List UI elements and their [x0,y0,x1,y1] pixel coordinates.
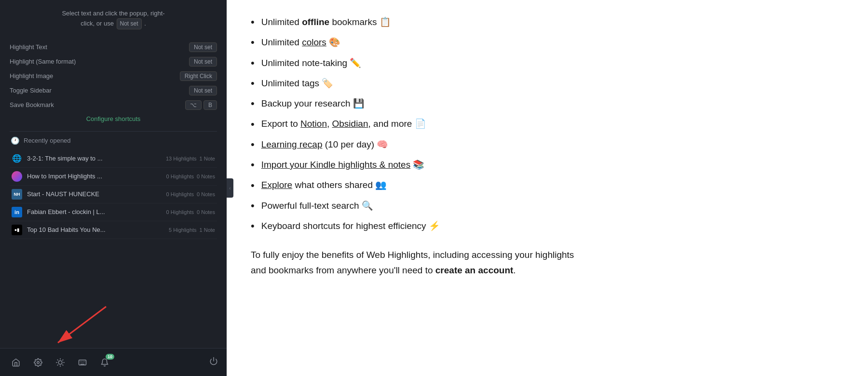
hint-line1: Select text and click the popup, right- [62,10,164,17]
settings-icon[interactable] [31,355,45,370]
shortcut-row-highlight-same: Highlight (Same format) Not set [10,54,217,69]
shortcut-key-b: B [203,100,217,110]
notes-count: 1 Note [200,156,215,161]
hint-badge: Not set [117,18,142,29]
collapse-handle[interactable]: ‹ [227,178,233,198]
paragraph-text-1: To fully enjoy the benefits of Web Highl… [251,250,574,260]
notes-count: 1 Note [200,227,215,233]
shortcut-row-highlight-image: Highlight Image Right Click [10,69,217,83]
recent-title: How to Import Highlights ... [27,173,162,180]
highlights-count: 0 Highlights [166,174,194,179]
recent-icon-diamond [12,171,22,182]
highlights-count: 0 Highlights [166,191,194,197]
bullet: • [251,119,255,130]
bullet: • [251,201,255,211]
shortcut-label: Highlight (Same format) [10,58,76,65]
shortcut-label: Save Bookmark [10,101,54,108]
svg-line-10 [57,364,58,365]
item-text: Backup your research 💾 [261,96,844,111]
item-text: Keyboard shortcuts for highest efficienc… [261,218,844,234]
configure-shortcuts-link[interactable]: Configure shortcuts [10,115,217,122]
item-text: Export to Notion, Obsidian, and more 📄 [261,116,844,132]
hint-period: . [144,20,146,27]
recent-title: Fabian Ebbert - clockin | L... [27,208,162,215]
shortcut-value: Right Click [180,71,217,81]
shortcut-label: Highlight Image [10,72,53,80]
highlights-count: 13 Highlights [166,156,197,161]
notes-count: 0 Notes [197,209,215,215]
svg-point-2 [37,361,40,363]
recent-title: Start - NAUST HUNECKE [27,190,162,198]
shortcut-row-highlight-text: Highlight Text Not set [10,40,217,54]
bullet: • [251,160,255,170]
list-item-3: • Unlimited note-taking ✏️ [251,55,844,71]
power-icon[interactable] [209,357,218,368]
item-text: Unlimited tags 🏷️ [261,76,844,91]
recent-item-1[interactable]: 🌐 3-2-1: The simple way to ... 13 Highli… [10,150,217,168]
item-text: Explore what others shared 👥 [261,177,844,193]
notifications-badge: 10 [106,354,114,360]
bullet: • [251,139,255,150]
svg-point-3 [58,361,62,364]
item-text: Powerful full-text search 🔍 [261,198,844,214]
recent-item-5[interactable]: ●▮ Top 10 Bad Habits You Ne... 5 Highlig… [10,221,217,239]
recent-item-3[interactable]: NH Start - NAUST HUNECKE 0 Highlights 0 … [10,186,217,203]
svg-line-6 [57,360,58,360]
list-item-8: • Import your Kindle highlights & notes … [251,157,844,173]
item-text: Unlimited note-taking ✏️ [261,55,844,71]
recent-icon-linkedin: in [12,207,22,217]
shortcut-label: Toggle Sidebar [10,87,52,94]
sidebar-main: Select text and click the popup, right- … [0,0,227,348]
shortcut-value: Not set [189,57,217,67]
bullet: • [251,17,255,27]
recent-item-2[interactable]: How to Import Highlights ... 0 Highlight… [10,168,217,186]
bullet: • [251,37,255,48]
notifications-icon[interactable]: 10 [97,355,112,370]
shortcut-value: Not set [189,42,217,52]
item-text: Unlimited offline bookmarks 📋 [261,14,844,30]
shortcut-value-combo: ⌥ B [185,100,217,110]
clock-icon: 🕐 [11,136,20,145]
highlights-count: 5 Highlights [169,227,196,233]
highlights-count: 0 Highlights [166,209,194,215]
theme-icon[interactable] [53,355,68,370]
recent-icon-globe: 🌐 [12,153,22,164]
recent-meta: 5 Highlights 1 Note [169,227,215,233]
bullet: • [251,180,255,191]
recent-title: 3-2-1: The simple way to ... [27,155,161,162]
sidebar-toolbar: 10 [0,348,227,376]
recent-icon-medium: ●▮ [12,225,22,235]
shortcut-row-save-bookmark: Save Bookmark ⌥ B [10,98,217,112]
sidebar: Select text and click the popup, right- … [0,0,227,376]
item-text: Import your Kindle highlights & notes 📚 [261,157,844,173]
features-list: • Unlimited offline bookmarks 📋 • Unlimi… [251,14,844,234]
recently-opened-header: 🕐 Recently opened [10,136,217,145]
recent-item-4[interactable]: in Fabian Ebbert - clockin | L... 0 High… [10,203,217,221]
bullet: • [251,98,255,109]
list-item-1: • Unlimited offline bookmarks 📋 [251,14,844,30]
content-area: • Unlimited offline bookmarks 📋 • Unlimi… [227,0,868,376]
recent-meta: 13 Highlights 1 Note [166,156,215,161]
content-paragraph: To fully enjoy the benefits of Web Highl… [251,247,844,278]
list-item-4: • Unlimited tags 🏷️ [251,76,844,91]
paragraph-text-2: and bookmarks from anywhere you'll need … [251,265,435,275]
hint-line2: click, or use [81,20,114,27]
toolbar-left: 10 [9,355,112,370]
recent-meta: 0 Highlights 0 Notes [166,191,215,197]
notes-count: 0 Notes [197,191,215,197]
recent-title: Top 10 Bad Habits You Ne... [27,226,164,233]
item-text: Learning recap (10 per day) 🧠 [261,137,844,152]
hint-text: Select text and click the popup, right- … [10,9,217,29]
list-item-7: • Learning recap (10 per day) 🧠 [251,137,844,152]
shortcuts-icon[interactable] [75,355,90,370]
list-item-6: • Export to Notion, Obsidian, and more 📄 [251,116,844,132]
list-item-9: • Explore what others shared 👥 [251,177,844,193]
list-item-11: • Keyboard shortcuts for highest efficie… [251,218,844,234]
svg-line-11 [63,360,63,360]
shortcut-label: Highlight Text [10,43,47,51]
home-icon[interactable] [9,355,23,370]
bullet: • [251,78,255,89]
bullet: • [251,221,255,231]
notes-count: 0 Notes [197,174,215,179]
shortcut-key-alt: ⌥ [185,100,202,110]
